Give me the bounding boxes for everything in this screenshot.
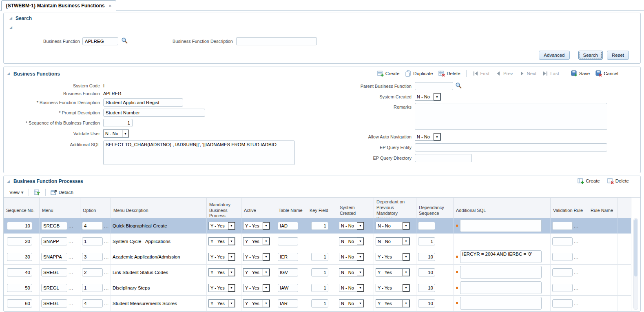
validation-lov-ellipsis[interactable]: ... [574, 301, 579, 306]
dependant-select[interactable]: N - No▼ [376, 237, 410, 245]
parent-business-function-input[interactable] [415, 82, 453, 90]
table-row[interactable]: ... ... Quick Biographical Create Y - Ye… [4, 218, 631, 234]
table-name-input[interactable] [278, 253, 298, 261]
system-created-select[interactable]: N - No▼ [339, 222, 364, 230]
view-menu-button[interactable]: View ▾ [9, 189, 24, 195]
dependancy-sequence-input[interactable] [418, 284, 435, 292]
option-lov-ellipsis[interactable]: ... [104, 270, 109, 275]
menu-input[interactable] [41, 268, 67, 276]
sequence-no-input[interactable] [7, 222, 32, 230]
cancel-button[interactable]: Cancel [595, 70, 618, 77]
sequence-no-input[interactable] [7, 284, 32, 292]
system-created-select[interactable]: N - No▼ [339, 299, 364, 308]
sequence-input[interactable] [103, 119, 133, 127]
validation-lov-ellipsis[interactable]: ... [574, 285, 579, 290]
menu-lov-ellipsis[interactable]: ... [69, 301, 73, 306]
dependant-select[interactable]: Y - Yes▼ [376, 253, 410, 261]
validation-rule-input[interactable] [552, 284, 573, 292]
search-button[interactable]: Search [578, 51, 603, 60]
active-select[interactable]: Y - Yes▼ [243, 284, 270, 292]
menu-input[interactable] [41, 253, 67, 261]
sequence-no-input[interactable] [7, 299, 32, 308]
active-select[interactable]: Y - Yes▼ [243, 253, 270, 261]
mandatory-select[interactable]: Y - Yes▼ [208, 284, 235, 292]
active-select[interactable]: Y - Yes▼ [243, 299, 270, 308]
option-input[interactable] [82, 222, 103, 230]
key-field-input[interactable] [311, 268, 328, 276]
table-name-input[interactable] [278, 268, 298, 276]
dependancy-sequence-input[interactable] [418, 222, 435, 230]
option-input[interactable] [82, 237, 103, 245]
menu-lov-ellipsis[interactable]: ... [69, 285, 73, 290]
create-button[interactable]: Create [377, 70, 400, 77]
sequence-no-input[interactable] [7, 237, 32, 245]
search-lov-magnifier-icon[interactable] [121, 37, 128, 44]
business-function-description-input[interactable] [103, 98, 183, 107]
validate-user-select[interactable]: N - No ▼ [103, 129, 129, 138]
business-function-description-search-input[interactable] [236, 37, 317, 45]
menu-input[interactable] [41, 237, 67, 245]
create-row-button[interactable]: Create [578, 178, 600, 184]
validation-lov-ellipsis[interactable]: ... [574, 223, 579, 228]
close-icon[interactable]: ✕ [108, 4, 112, 8]
dependant-select[interactable]: Y - Yes▼ [376, 284, 410, 292]
sequence-no-input[interactable] [7, 253, 32, 261]
system-created-select[interactable]: N - No ▼ [415, 93, 441, 101]
table-name-input[interactable] [278, 222, 298, 230]
dependant-select[interactable]: N - No▼ [376, 222, 410, 230]
validation-rule-input[interactable] [552, 299, 573, 308]
dependant-select[interactable]: Y - Yes▼ [376, 268, 410, 276]
validation-lov-ellipsis[interactable]: ... [574, 254, 579, 259]
validation-rule-input[interactable] [552, 268, 573, 276]
mandatory-select[interactable]: Y - Yes▼ [208, 299, 235, 308]
menu-lov-ellipsis[interactable]: ... [69, 239, 73, 244]
option-lov-ellipsis[interactable]: ... [104, 223, 109, 228]
table-row[interactable]: ... ... Student Measurements Scores Y - … [4, 296, 631, 311]
ep-query-entity-input[interactable] [415, 143, 607, 152]
tab-maintain-business-functions[interactable]: {STWEBM-1} Maintain Business Functions ✕ [1, 0, 116, 11]
validation-rule-input[interactable] [552, 253, 573, 261]
allow-auto-navigation-select[interactable]: N - No ▼ [415, 133, 441, 141]
additional-sql-input[interactable] [460, 281, 542, 294]
key-field-input[interactable] [311, 253, 328, 261]
dependancy-sequence-input[interactable] [418, 237, 435, 245]
validation-lov-ellipsis[interactable]: ... [574, 270, 579, 275]
additional-sql-textarea[interactable]: SELECT TO_CHAR(IADSTNO) , IADSURN||', '|… [103, 140, 295, 165]
table-row[interactable]: ... ... Academic Application/Admission Y… [4, 249, 631, 265]
business-function-search-input[interactable] [82, 37, 118, 45]
menu-lov-ellipsis[interactable]: ... [69, 223, 73, 228]
advanced-button[interactable]: Advanced [539, 51, 569, 60]
scrollbar-thumb[interactable] [634, 219, 637, 276]
table-row[interactable]: ... ... Disciplinary Steps Y - Yes▼ Y - … [4, 280, 631, 296]
validation-lov-ellipsis[interactable]: ... [574, 239, 579, 244]
option-input[interactable] [82, 253, 103, 261]
key-field-input[interactable] [311, 222, 328, 230]
option-lov-ellipsis[interactable]: ... [104, 301, 109, 306]
additional-sql-input[interactable] [460, 297, 542, 310]
remarks-textarea[interactable] [415, 103, 607, 130]
disclosure-triangle-icon[interactable]: ◢ [9, 26, 12, 29]
reset-button[interactable]: Reset [607, 51, 629, 60]
system-created-select[interactable]: N - No▼ [339, 268, 364, 276]
validation-rule-input[interactable] [552, 237, 573, 245]
duplicate-button[interactable]: Duplicate [405, 70, 433, 77]
additional-sql-input[interactable] [460, 266, 542, 279]
menu-lov-ellipsis[interactable]: ... [69, 270, 73, 275]
mandatory-select[interactable]: Y - Yes▼ [208, 237, 235, 245]
sequence-no-input[interactable] [7, 268, 32, 276]
mandatory-select[interactable]: Y - Yes▼ [208, 222, 235, 230]
dependancy-sequence-input[interactable] [418, 253, 435, 261]
menu-input[interactable] [41, 299, 67, 308]
key-field-input[interactable] [311, 284, 328, 292]
disclosure-triangle-icon[interactable]: ◢ [9, 16, 12, 20]
active-select[interactable]: Y - Yes▼ [243, 222, 270, 230]
system-created-select[interactable]: N - No▼ [339, 253, 364, 261]
table-name-input[interactable] [278, 237, 298, 245]
option-lov-ellipsis[interactable]: ... [104, 285, 109, 290]
active-select[interactable]: Y - Yes▼ [243, 237, 270, 245]
disclosure-triangle-icon[interactable]: ◢ [7, 72, 10, 76]
additional-sql-input[interactable]: IERCYR = 2004 AND IERBC = '0' [460, 250, 542, 263]
delete-row-button[interactable]: Delete [607, 178, 629, 184]
table-row[interactable]: ... ... Link Student Status Codes Y - Ye… [4, 265, 631, 280]
table-name-input[interactable] [278, 299, 298, 308]
